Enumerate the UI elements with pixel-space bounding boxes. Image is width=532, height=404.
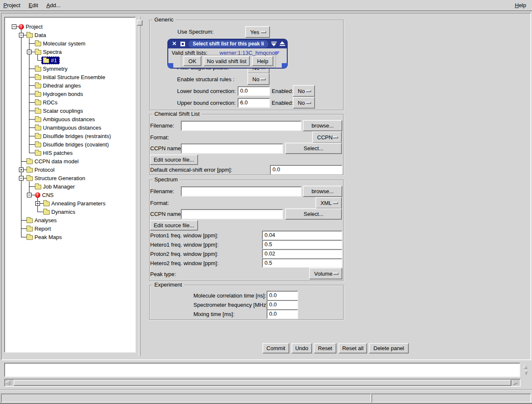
scroll-right-icon[interactable]: ▶ bbox=[513, 380, 517, 385]
upper-bound-label: Upper bound correction: bbox=[177, 100, 236, 106]
menu-help[interactable]: Help bbox=[511, 2, 529, 8]
tree-line bbox=[21, 229, 26, 229]
shift-browse-button[interactable]: browse... bbox=[303, 120, 342, 131]
tree-item-symmetry[interactable]: Symmetry bbox=[29, 64, 68, 73]
hetero2-input[interactable]: 0.5 bbox=[262, 258, 342, 268]
shade-icon[interactable] bbox=[271, 42, 277, 46]
lower-bound-input[interactable]: 0.0 bbox=[238, 86, 270, 96]
scroll-up-icon[interactable]: ▲ bbox=[523, 364, 528, 369]
tree-line bbox=[21, 237, 26, 237]
tree-item-hydrogen-bonds[interactable]: Hydrogen bonds bbox=[29, 90, 83, 98]
scroll-down-icon[interactable]: ▼ bbox=[523, 370, 528, 376]
tree-item-his-patches[interactable]: HIS patches bbox=[29, 149, 73, 157]
expand-icon[interactable] bbox=[19, 167, 24, 172]
tree-item-molecular-system[interactable]: Molecular system bbox=[29, 39, 85, 48]
spectrum-select-button[interactable]: Select... bbox=[285, 208, 342, 220]
collapse-icon[interactable] bbox=[27, 193, 32, 197]
folder-icon bbox=[26, 33, 33, 38]
tree-item-scalar-couplings[interactable]: Scalar couplings bbox=[29, 106, 83, 115]
tree-item-ambiguous-distances[interactable]: Ambiguous distances bbox=[29, 115, 95, 123]
tree-item-report[interactable]: Report bbox=[21, 224, 51, 233]
menu-add[interactable]: Add... bbox=[43, 2, 64, 8]
correlation-time-input[interactable]: 0.0 bbox=[267, 291, 298, 300]
tree-item-rdcs[interactable]: RDCs bbox=[29, 98, 58, 106]
tree-item-spectrum-1[interactable]: #1 bbox=[37, 56, 60, 64]
tree-item-disulfide-covalent[interactable]: Disulfide bridges (covalent) bbox=[29, 140, 109, 149]
shift-filename-input[interactable] bbox=[181, 121, 302, 131]
hetero1-input[interactable]: 0.5 bbox=[262, 240, 342, 249]
tree-item-spectra[interactable]: Spectra bbox=[27, 48, 62, 56]
proton2-input[interactable]: 0.02 bbox=[262, 249, 342, 258]
delete-panel-button[interactable]: Delete panel bbox=[369, 343, 409, 354]
spectrum-ccpn-name-label: CCPN name: bbox=[150, 211, 183, 218]
scroll-left-icon[interactable]: ◀ bbox=[5, 380, 10, 385]
collapse-icon[interactable] bbox=[19, 33, 24, 37]
tree-line bbox=[29, 94, 35, 94]
tree-item-project[interactable]: ! Project bbox=[12, 22, 42, 31]
reset-button[interactable]: Reset bbox=[314, 343, 336, 354]
maximize-icon[interactable] bbox=[180, 42, 185, 46]
ok-button[interactable]: OK bbox=[183, 56, 201, 66]
proton1-input[interactable]: 0.04 bbox=[262, 231, 342, 240]
peak-type-dropdown[interactable]: Volume bbox=[309, 268, 342, 279]
tree-item-peak-maps[interactable]: Peak Maps bbox=[21, 233, 62, 241]
collapse-icon[interactable] bbox=[12, 24, 16, 29]
shift-error-input[interactable]: 0.0 bbox=[270, 165, 342, 175]
collapse-icon[interactable] bbox=[19, 176, 24, 181]
menu-project[interactable]: Project bbox=[0, 2, 24, 8]
commit-button[interactable]: Commit bbox=[262, 343, 289, 354]
log-textarea[interactable] bbox=[4, 363, 520, 377]
no-valid-shift-list-button[interactable]: No valid shift list bbox=[204, 56, 250, 66]
expand-icon[interactable] bbox=[35, 201, 40, 206]
reset-all-button[interactable]: Reset all bbox=[339, 343, 367, 354]
tree-item-cns[interactable]: ! CNS bbox=[27, 191, 53, 199]
shift-select-button[interactable]: Select... bbox=[285, 143, 342, 154]
folder-icon bbox=[35, 67, 41, 72]
shift-list-dropdown-icon[interactable] bbox=[275, 51, 280, 55]
spectrum-filename-input[interactable] bbox=[181, 186, 302, 197]
shift-ccpn-name-input[interactable] bbox=[181, 144, 283, 154]
pane-divider[interactable] bbox=[139, 17, 140, 356]
upper-bound-input[interactable]: 6.0 bbox=[238, 98, 270, 108]
upper-enabled-dropdown[interactable]: No bbox=[293, 97, 315, 109]
tree-item-annealing-parameters[interactable]: Annealing Parameters bbox=[35, 199, 106, 207]
tree-item-initial-structure-ensemble[interactable]: Initial Structure Ensemble bbox=[29, 73, 105, 81]
spectrum-ccpn-name-input[interactable] bbox=[181, 209, 283, 219]
tree-item-dihedral-angles[interactable]: Dihedral angles bbox=[29, 81, 81, 90]
shift-edit-source-button[interactable]: Edit source file... bbox=[150, 154, 198, 165]
tree-line bbox=[32, 195, 35, 195]
undo-button[interactable]: Undo bbox=[291, 343, 312, 354]
tree-line bbox=[37, 60, 41, 61]
tree-item-analyses[interactable]: Analyses bbox=[21, 216, 57, 224]
tree-item-dynamics[interactable]: Dynamics bbox=[37, 207, 75, 216]
spectrometer-frequency-input[interactable]: 0.0 bbox=[267, 300, 298, 310]
collapse-icon[interactable] bbox=[27, 50, 32, 54]
tree-item-protocol[interactable]: Protocol bbox=[19, 165, 55, 174]
close-icon[interactable]: ✕ bbox=[172, 40, 177, 47]
spectrum-format-dropdown[interactable]: XML bbox=[315, 197, 342, 209]
tree-item-ccpn-data-model[interactable]: CCPN data model bbox=[21, 157, 79, 165]
spectrum-browse-button[interactable]: browse... bbox=[303, 186, 342, 197]
menu-edit[interactable]: Edit bbox=[25, 2, 41, 8]
mixing-time-input[interactable]: 0.0 bbox=[267, 309, 298, 319]
lower-enabled-value: No bbox=[298, 88, 305, 94]
use-spectrum-dropdown[interactable]: Yes bbox=[245, 26, 270, 38]
shade-icon-bar bbox=[271, 42, 277, 43]
shift-format-dropdown[interactable]: CCPN bbox=[312, 131, 342, 143]
shift-format-label: Format: bbox=[150, 134, 169, 141]
pane-divider-grip[interactable] bbox=[137, 20, 143, 26]
tree-item-data[interactable]: Data bbox=[19, 31, 46, 39]
horizontal-scrollbar-thumb[interactable] bbox=[13, 380, 511, 386]
dialog-titlebar[interactable]: ✕ Select shift list for this peak li bbox=[168, 40, 287, 48]
eject-icon[interactable] bbox=[280, 41, 285, 46]
lower-enabled-dropdown[interactable]: No bbox=[293, 85, 315, 97]
tree-item-job-manager[interactable]: Job Manager bbox=[29, 182, 75, 191]
spectrum-edit-source-button[interactable]: Edit source file... bbox=[150, 220, 198, 231]
dialog-help-button[interactable]: Help bbox=[252, 56, 273, 66]
structural-rules-dropdown[interactable]: No bbox=[247, 73, 270, 85]
tree-item-unambiguous-distances[interactable]: Unambiguous distances bbox=[29, 123, 101, 132]
tree-item-label: Job Manager bbox=[43, 183, 75, 190]
tree-item-structure-generation[interactable]: Structure Generation bbox=[19, 174, 85, 182]
selected-tree-item[interactable]: #1 bbox=[41, 56, 60, 64]
tree-item-disulfide-restraints[interactable]: Disulfide bridges (restraints) bbox=[29, 132, 111, 140]
